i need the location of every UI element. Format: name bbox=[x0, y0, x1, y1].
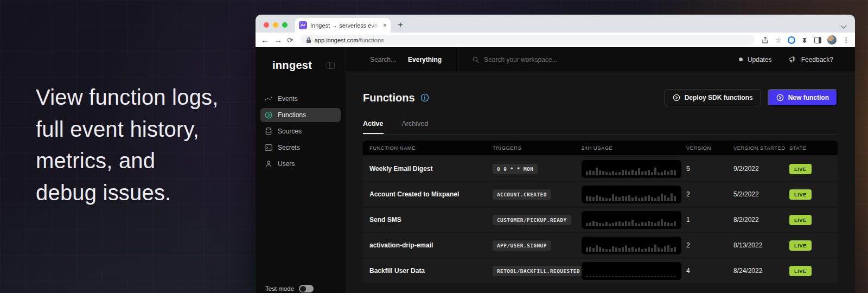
workspace-search-placeholder: Search your workspace... bbox=[484, 56, 557, 63]
close-window-button[interactable] bbox=[264, 22, 269, 28]
nav-divider bbox=[458, 47, 458, 72]
table-header: FUNCTION NAME TRIGGERS 24H USAGE VERSION… bbox=[363, 141, 838, 155]
tab-archived[interactable]: Archived bbox=[402, 120, 429, 134]
search-label[interactable]: Search... bbox=[370, 56, 396, 63]
table-row[interactable]: Weekly Email Digest 0 9 * * MON 5 9/2/20… bbox=[363, 157, 838, 181]
forward-button[interactable]: → bbox=[274, 36, 282, 44]
url-bar[interactable]: app.inngest.com/functions bbox=[301, 35, 755, 45]
table-row[interactable]: Account Created to Mixpanel ACCOUNT.CREA… bbox=[363, 182, 838, 206]
sidebar: inngest Events Functions bbox=[256, 47, 346, 293]
url-path: /functions bbox=[358, 37, 384, 43]
version-value: 2 bbox=[686, 241, 733, 249]
trigger-badge: ACCOUNT.CREATED bbox=[493, 189, 551, 200]
bookmark-star-icon[interactable]: ☆ bbox=[775, 36, 782, 44]
inngest-app: inngest Events Functions bbox=[256, 47, 855, 293]
app-top-nav: Search... Everything Search your workspa… bbox=[346, 47, 855, 72]
trigger-badge: APP/USER.SIGNUP bbox=[493, 240, 551, 251]
secrets-terminal-icon bbox=[265, 144, 272, 151]
reload-button[interactable]: ⟳ bbox=[287, 36, 293, 44]
test-mode-label: Test mode bbox=[265, 285, 294, 292]
lock-icon bbox=[306, 37, 311, 43]
window-controls bbox=[264, 22, 288, 28]
version-value: 4 bbox=[686, 267, 733, 275]
trigger-badge: CUSTOMER/PICKUP.READY bbox=[493, 215, 571, 225]
tab-close-icon[interactable]: × bbox=[383, 22, 387, 29]
workspace-search-input[interactable]: Search your workspace... bbox=[473, 56, 557, 63]
info-icon[interactable] bbox=[420, 93, 429, 102]
usage-sparkline bbox=[582, 211, 681, 229]
sidebar-menu: Events Functions Sources bbox=[256, 92, 346, 171]
new-tab-button[interactable]: + bbox=[398, 20, 403, 29]
version-started-value: 5/2/2022 bbox=[733, 190, 789, 198]
minimize-window-button[interactable] bbox=[273, 22, 278, 28]
deploy-sdk-functions-button[interactable]: Deploy SDK functions bbox=[665, 89, 761, 106]
chevron-down-icon[interactable] bbox=[841, 20, 846, 25]
url-host: app.inngest.com bbox=[315, 37, 359, 43]
updates-dot-icon bbox=[739, 58, 743, 61]
version-started-value: 8/2/2022 bbox=[733, 216, 789, 224]
browser-tab[interactable]: Inngest → serverless event-dri × bbox=[295, 18, 391, 33]
column-header: STATE bbox=[789, 145, 838, 151]
sidebar-item-events[interactable]: Events bbox=[260, 92, 341, 106]
deploy-button-label: Deploy SDK functions bbox=[685, 94, 753, 101]
usage-sparkline bbox=[582, 186, 681, 203]
sidebar-item-sources[interactable]: Sources bbox=[260, 124, 341, 138]
inngest-favicon-icon bbox=[299, 21, 307, 29]
column-header: VERSION STARTED bbox=[733, 145, 789, 151]
sidebar-item-label: Functions bbox=[278, 111, 306, 119]
hero-line: metrics, and bbox=[36, 145, 219, 177]
sidebar-item-users[interactable]: Users bbox=[260, 157, 341, 171]
sidebar-item-label: Users bbox=[278, 160, 295, 168]
updates-button[interactable]: Updates bbox=[739, 56, 772, 63]
browser-toolbar: ← → ⟳ app.inngest.com/functions ☆ ⋮ bbox=[256, 33, 855, 47]
usage-sparkline bbox=[582, 160, 681, 178]
browser-window: Inngest → serverless event-dri × + ← → ⟳… bbox=[256, 15, 855, 293]
table-row[interactable]: Send SMS CUSTOMER/PICKUP.READY 1 8/2/202… bbox=[363, 208, 838, 232]
zoom-window-button[interactable] bbox=[282, 22, 288, 28]
sidebar-item-label: Events bbox=[278, 95, 298, 103]
feedback-button[interactable]: Feedback? bbox=[788, 56, 833, 63]
version-value: 1 bbox=[686, 216, 733, 224]
column-header: VERSION bbox=[686, 145, 733, 151]
usage-sparkline bbox=[582, 262, 681, 280]
state-badge: LIVE bbox=[789, 266, 812, 276]
table-row[interactable]: Backfill User Data RETOOL/BACKFILL.REQUE… bbox=[363, 259, 838, 283]
main-content: Functions Deploy SDK functions New funct… bbox=[346, 72, 855, 293]
sidebar-collapse-icon[interactable] bbox=[327, 62, 335, 69]
page-title: Functions bbox=[363, 92, 415, 104]
table-row[interactable]: activation-drip-email APP/USER.SIGNUP 2 … bbox=[363, 233, 838, 257]
test-mode-toggle[interactable] bbox=[299, 285, 314, 292]
state-badge: LIVE bbox=[789, 189, 812, 200]
version-started-value: 9/2/2022 bbox=[733, 165, 789, 173]
column-header: TRIGGERS bbox=[493, 145, 582, 151]
trigger-badge: RETOOL/BACKFILL.REQUESTED bbox=[493, 266, 584, 276]
profile-avatar[interactable] bbox=[827, 35, 837, 44]
new-function-button[interactable]: New function bbox=[768, 89, 838, 106]
side-panel-icon[interactable] bbox=[814, 37, 821, 43]
feedback-label: Feedback? bbox=[801, 56, 833, 63]
sidebar-item-functions[interactable]: Functions bbox=[260, 108, 341, 122]
back-button[interactable]: ← bbox=[261, 36, 269, 44]
tab-active[interactable]: Active bbox=[363, 120, 384, 134]
hero-line: full event history, bbox=[36, 113, 219, 145]
deploy-icon bbox=[673, 94, 680, 101]
extensions-puzzle-icon[interactable] bbox=[801, 36, 808, 43]
trigger-badge: 0 9 * * MON bbox=[493, 164, 538, 174]
new-function-icon bbox=[776, 94, 784, 101]
sources-database-icon bbox=[265, 128, 272, 135]
users-person-icon bbox=[265, 160, 272, 168]
column-header: 24H USAGE bbox=[582, 145, 686, 151]
search-scope-everything[interactable]: Everything bbox=[408, 56, 442, 63]
browser-menu-icon[interactable]: ⋮ bbox=[843, 36, 850, 43]
search-icon bbox=[473, 56, 479, 63]
sidebar-item-label: Sources bbox=[278, 128, 302, 135]
share-icon[interactable] bbox=[762, 36, 769, 44]
version-started-value: 8/24/2022 bbox=[733, 267, 789, 275]
tab-title: Inngest → serverless event-dri bbox=[310, 22, 380, 29]
tabs: Active Archived bbox=[363, 120, 838, 135]
megaphone-icon bbox=[788, 56, 796, 63]
state-badge: LIVE bbox=[789, 215, 812, 225]
functions-table: FUNCTION NAME TRIGGERS 24H USAGE VERSION… bbox=[363, 141, 838, 283]
sidebar-item-secrets[interactable]: Secrets bbox=[260, 141, 341, 155]
onepassword-extension-icon[interactable] bbox=[788, 36, 795, 44]
